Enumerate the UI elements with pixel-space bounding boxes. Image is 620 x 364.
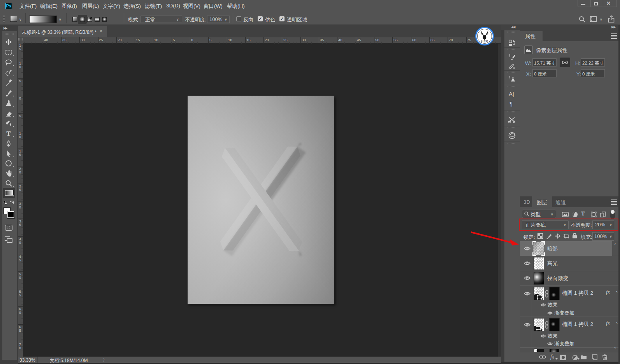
svg-text:行鹿君: 行鹿君 [481,40,488,43]
svg-text:T: T [6,130,11,137]
